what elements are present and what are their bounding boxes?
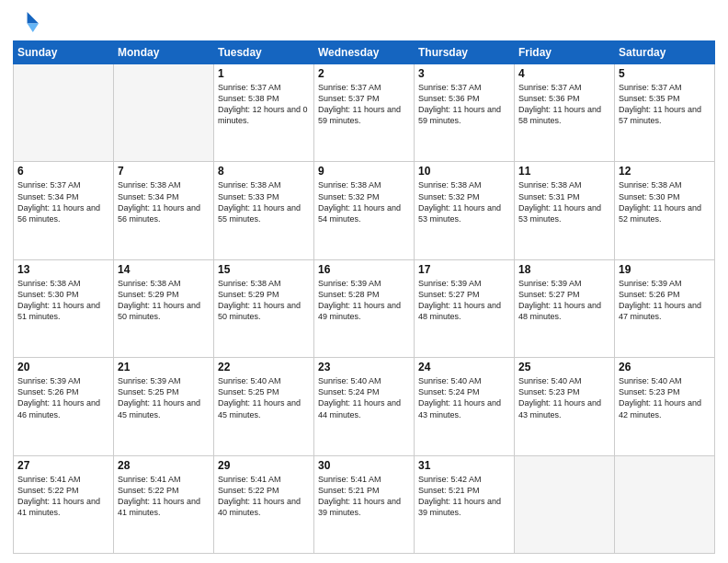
calendar-cell: 13Sunrise: 5:38 AM Sunset: 5:30 PM Dayli… xyxy=(14,259,114,357)
header-day: Wednesday xyxy=(314,41,415,64)
header-day: Sunday xyxy=(14,41,114,64)
calendar-cell: 15Sunrise: 5:38 AM Sunset: 5:29 PM Dayli… xyxy=(214,259,314,357)
cell-info: Sunrise: 5:38 AM Sunset: 5:34 PM Dayligh… xyxy=(118,179,210,224)
day-number: 22 xyxy=(218,361,310,373)
cell-info: Sunrise: 5:40 AM Sunset: 5:25 PM Dayligh… xyxy=(218,375,310,420)
logo xyxy=(13,9,42,35)
cell-info: Sunrise: 5:41 AM Sunset: 5:22 PM Dayligh… xyxy=(218,474,310,519)
header-day: Saturday xyxy=(615,41,715,64)
calendar-cell: 22Sunrise: 5:40 AM Sunset: 5:25 PM Dayli… xyxy=(214,358,314,455)
calendar-cell: 23Sunrise: 5:40 AM Sunset: 5:24 PM Dayli… xyxy=(314,358,415,455)
calendar-cell: 3Sunrise: 5:37 AM Sunset: 5:36 PM Daylig… xyxy=(415,64,515,162)
calendar-week-row: 1Sunrise: 5:37 AM Sunset: 5:38 PM Daylig… xyxy=(14,64,715,162)
cell-info: Sunrise: 5:37 AM Sunset: 5:38 PM Dayligh… xyxy=(218,82,310,127)
calendar-week-row: 20Sunrise: 5:39 AM Sunset: 5:26 PM Dayli… xyxy=(14,358,715,455)
page: SundayMondayTuesdayWednesdayThursdayFrid… xyxy=(0,0,728,563)
svg-marker-1 xyxy=(28,12,39,23)
calendar-cell: 21Sunrise: 5:39 AM Sunset: 5:25 PM Dayli… xyxy=(114,358,214,455)
cell-info: Sunrise: 5:39 AM Sunset: 5:28 PM Dayligh… xyxy=(318,278,410,323)
cell-info: Sunrise: 5:42 AM Sunset: 5:21 PM Dayligh… xyxy=(418,474,510,519)
calendar-cell: 16Sunrise: 5:39 AM Sunset: 5:28 PM Dayli… xyxy=(314,259,415,357)
header-day: Monday xyxy=(114,41,214,64)
calendar-cell: 5Sunrise: 5:37 AM Sunset: 5:35 PM Daylig… xyxy=(615,64,715,162)
cell-info: Sunrise: 5:37 AM Sunset: 5:37 PM Dayligh… xyxy=(318,82,410,127)
header-day: Friday xyxy=(515,41,615,64)
day-number: 28 xyxy=(118,459,210,472)
calendar-cell: 28Sunrise: 5:41 AM Sunset: 5:22 PM Dayli… xyxy=(114,455,214,553)
cell-info: Sunrise: 5:40 AM Sunset: 5:24 PM Dayligh… xyxy=(318,375,410,420)
cell-info: Sunrise: 5:38 AM Sunset: 5:31 PM Dayligh… xyxy=(518,179,610,224)
day-number: 2 xyxy=(318,67,410,80)
cell-info: Sunrise: 5:38 AM Sunset: 5:29 PM Dayligh… xyxy=(118,278,210,323)
day-number: 21 xyxy=(118,361,210,373)
calendar-cell xyxy=(14,64,114,162)
cell-info: Sunrise: 5:37 AM Sunset: 5:35 PM Dayligh… xyxy=(619,82,711,127)
calendar-cell: 27Sunrise: 5:41 AM Sunset: 5:22 PM Dayli… xyxy=(14,455,114,553)
day-number: 12 xyxy=(619,165,711,178)
logo-icon xyxy=(13,9,39,35)
day-number: 18 xyxy=(518,263,610,276)
cell-info: Sunrise: 5:40 AM Sunset: 5:24 PM Dayligh… xyxy=(418,375,510,420)
calendar-week-row: 6Sunrise: 5:37 AM Sunset: 5:34 PM Daylig… xyxy=(14,162,715,259)
calendar-cell: 26Sunrise: 5:40 AM Sunset: 5:23 PM Dayli… xyxy=(615,358,715,455)
cell-info: Sunrise: 5:38 AM Sunset: 5:32 PM Dayligh… xyxy=(418,179,510,224)
cell-info: Sunrise: 5:39 AM Sunset: 5:27 PM Dayligh… xyxy=(518,278,610,323)
calendar-cell: 8Sunrise: 5:38 AM Sunset: 5:33 PM Daylig… xyxy=(214,162,314,259)
calendar-cell: 31Sunrise: 5:42 AM Sunset: 5:21 PM Dayli… xyxy=(415,455,515,553)
calendar-cell: 19Sunrise: 5:39 AM Sunset: 5:26 PM Dayli… xyxy=(615,259,715,357)
day-number: 4 xyxy=(518,67,610,80)
calendar-cell: 4Sunrise: 5:37 AM Sunset: 5:36 PM Daylig… xyxy=(515,64,615,162)
header-day: Tuesday xyxy=(214,41,314,64)
calendar-cell: 17Sunrise: 5:39 AM Sunset: 5:27 PM Dayli… xyxy=(415,259,515,357)
cell-info: Sunrise: 5:39 AM Sunset: 5:25 PM Dayligh… xyxy=(118,375,210,420)
day-number: 7 xyxy=(118,165,210,178)
calendar-cell xyxy=(515,455,615,553)
day-number: 27 xyxy=(17,459,109,472)
calendar-cell: 12Sunrise: 5:38 AM Sunset: 5:30 PM Dayli… xyxy=(615,162,715,259)
day-number: 24 xyxy=(418,361,510,373)
calendar-cell: 9Sunrise: 5:38 AM Sunset: 5:32 PM Daylig… xyxy=(314,162,415,259)
calendar-cell xyxy=(615,455,715,553)
header-day: Thursday xyxy=(415,41,515,64)
day-number: 13 xyxy=(17,263,109,276)
calendar-cell: 25Sunrise: 5:40 AM Sunset: 5:23 PM Dayli… xyxy=(515,358,615,455)
day-number: 19 xyxy=(619,263,711,276)
day-number: 14 xyxy=(118,263,210,276)
calendar-cell xyxy=(114,64,214,162)
svg-marker-2 xyxy=(28,24,39,32)
calendar-cell: 6Sunrise: 5:37 AM Sunset: 5:34 PM Daylig… xyxy=(14,162,114,259)
day-number: 15 xyxy=(218,263,310,276)
calendar-cell: 11Sunrise: 5:38 AM Sunset: 5:31 PM Dayli… xyxy=(515,162,615,259)
calendar-header-row: SundayMondayTuesdayWednesdayThursdayFrid… xyxy=(14,41,715,64)
cell-info: Sunrise: 5:41 AM Sunset: 5:21 PM Dayligh… xyxy=(318,474,410,519)
cell-info: Sunrise: 5:40 AM Sunset: 5:23 PM Dayligh… xyxy=(518,375,610,420)
day-number: 9 xyxy=(318,165,410,178)
cell-info: Sunrise: 5:41 AM Sunset: 5:22 PM Dayligh… xyxy=(17,474,109,519)
cell-info: Sunrise: 5:38 AM Sunset: 5:32 PM Dayligh… xyxy=(318,179,410,224)
day-number: 6 xyxy=(17,165,109,178)
calendar-cell: 30Sunrise: 5:41 AM Sunset: 5:21 PM Dayli… xyxy=(314,455,415,553)
calendar-cell: 20Sunrise: 5:39 AM Sunset: 5:26 PM Dayli… xyxy=(14,358,114,455)
day-number: 26 xyxy=(619,361,711,373)
cell-info: Sunrise: 5:40 AM Sunset: 5:23 PM Dayligh… xyxy=(619,375,711,420)
calendar-cell: 29Sunrise: 5:41 AM Sunset: 5:22 PM Dayli… xyxy=(214,455,314,553)
cell-info: Sunrise: 5:38 AM Sunset: 5:33 PM Dayligh… xyxy=(218,179,310,224)
day-number: 11 xyxy=(518,165,610,178)
cell-info: Sunrise: 5:39 AM Sunset: 5:26 PM Dayligh… xyxy=(619,278,711,323)
day-number: 31 xyxy=(418,459,510,472)
cell-info: Sunrise: 5:41 AM Sunset: 5:22 PM Dayligh… xyxy=(118,474,210,519)
cell-info: Sunrise: 5:37 AM Sunset: 5:36 PM Dayligh… xyxy=(418,82,510,127)
cell-info: Sunrise: 5:37 AM Sunset: 5:34 PM Dayligh… xyxy=(17,179,109,224)
day-number: 23 xyxy=(318,361,410,373)
day-number: 17 xyxy=(418,263,510,276)
cell-info: Sunrise: 5:38 AM Sunset: 5:29 PM Dayligh… xyxy=(218,278,310,323)
day-number: 20 xyxy=(17,361,109,373)
day-number: 3 xyxy=(418,67,510,80)
calendar-cell: 14Sunrise: 5:38 AM Sunset: 5:29 PM Dayli… xyxy=(114,259,214,357)
day-number: 10 xyxy=(418,165,510,178)
calendar-table: SundayMondayTuesdayWednesdayThursdayFrid… xyxy=(13,40,715,554)
cell-info: Sunrise: 5:39 AM Sunset: 5:27 PM Dayligh… xyxy=(418,278,510,323)
day-number: 29 xyxy=(218,459,310,472)
calendar-week-row: 27Sunrise: 5:41 AM Sunset: 5:22 PM Dayli… xyxy=(14,455,715,553)
day-number: 16 xyxy=(318,263,410,276)
